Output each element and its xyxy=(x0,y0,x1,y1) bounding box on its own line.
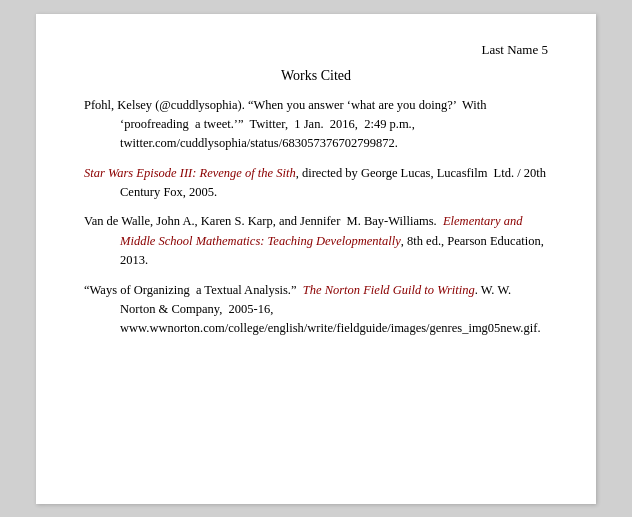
citation-1-text: Pfohl, Kelsey (@cuddlysophia). “When you… xyxy=(84,98,486,151)
page-header: Last Name 5 xyxy=(84,42,548,58)
document-page: Last Name 5 Works Cited Pfohl, Kelsey (@… xyxy=(36,14,596,504)
works-cited-title: Works Cited xyxy=(84,68,548,84)
citation-4-italic: The Norton Field Guild to Writing xyxy=(303,283,475,297)
header-text: Last Name 5 xyxy=(482,42,548,57)
citation-2-italic: Star Wars Episode III: Revenge of the Si… xyxy=(84,166,296,180)
citation-3-start: Van de Walle, John A., Karen S. Karp, an… xyxy=(84,214,443,228)
citation-entry-3: Van de Walle, John A., Karen S. Karp, an… xyxy=(84,212,548,270)
citation-entry-2: Star Wars Episode III: Revenge of the Si… xyxy=(84,164,548,203)
citation-entry-4: “Ways of Organizing a Textual Analysis.”… xyxy=(84,281,548,339)
citation-4-start: “Ways of Organizing a Textual Analysis.” xyxy=(84,283,303,297)
citation-entry-1: Pfohl, Kelsey (@cuddlysophia). “When you… xyxy=(84,96,548,154)
